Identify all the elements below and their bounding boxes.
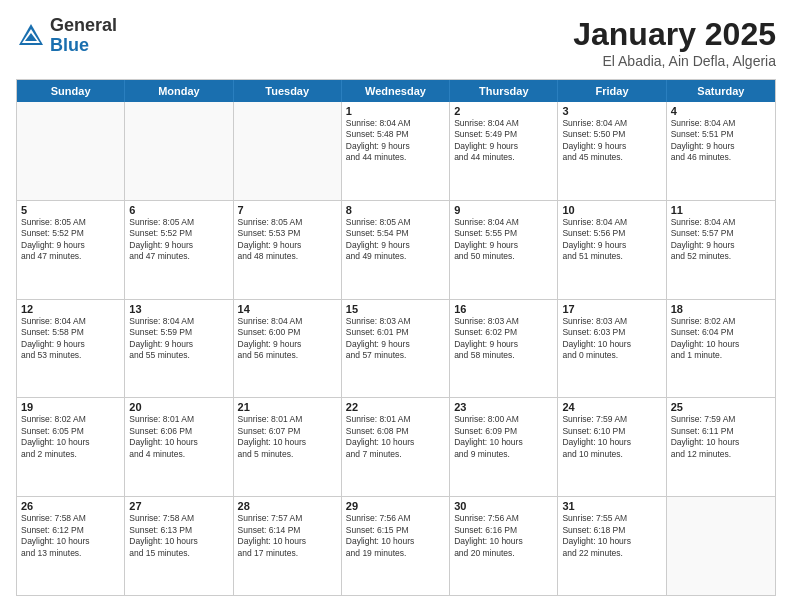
day-number: 16: [454, 303, 553, 315]
day-number: 15: [346, 303, 445, 315]
day-number: 25: [671, 401, 771, 413]
day-number: 27: [129, 500, 228, 512]
day-number: 14: [238, 303, 337, 315]
cell-content: Sunrise: 8:05 AMSunset: 5:54 PMDaylight:…: [346, 217, 445, 263]
cell-content: Sunrise: 7:55 AMSunset: 6:18 PMDaylight:…: [562, 513, 661, 559]
calendar-cell-20: 20Sunrise: 8:01 AMSunset: 6:06 PMDayligh…: [125, 398, 233, 496]
cell-content: Sunrise: 8:04 AMSunset: 6:00 PMDaylight:…: [238, 316, 337, 362]
cell-content: Sunrise: 8:04 AMSunset: 5:49 PMDaylight:…: [454, 118, 553, 164]
day-number: 31: [562, 500, 661, 512]
calendar-cell-15: 15Sunrise: 8:03 AMSunset: 6:01 PMDayligh…: [342, 300, 450, 398]
day-number: 22: [346, 401, 445, 413]
calendar-cell-5: 5Sunrise: 8:05 AMSunset: 5:52 PMDaylight…: [17, 201, 125, 299]
calendar-cell-7: 7Sunrise: 8:05 AMSunset: 5:53 PMDaylight…: [234, 201, 342, 299]
calendar-cell-25: 25Sunrise: 7:59 AMSunset: 6:11 PMDayligh…: [667, 398, 775, 496]
cell-content: Sunrise: 8:05 AMSunset: 5:52 PMDaylight:…: [129, 217, 228, 263]
calendar-cell-22: 22Sunrise: 8:01 AMSunset: 6:08 PMDayligh…: [342, 398, 450, 496]
day-number: 19: [21, 401, 120, 413]
logo-icon: [16, 21, 46, 51]
header-day-tuesday: Tuesday: [234, 80, 342, 102]
day-number: 3: [562, 105, 661, 117]
calendar-cell-16: 16Sunrise: 8:03 AMSunset: 6:02 PMDayligh…: [450, 300, 558, 398]
cell-content: Sunrise: 8:04 AMSunset: 5:59 PMDaylight:…: [129, 316, 228, 362]
calendar-cell-empty-4-6: [667, 497, 775, 595]
day-number: 21: [238, 401, 337, 413]
day-number: 28: [238, 500, 337, 512]
calendar-body: 1Sunrise: 8:04 AMSunset: 5:48 PMDaylight…: [17, 102, 775, 595]
header-day-wednesday: Wednesday: [342, 80, 450, 102]
day-number: 30: [454, 500, 553, 512]
cell-content: Sunrise: 8:02 AMSunset: 6:04 PMDaylight:…: [671, 316, 771, 362]
calendar-cell-29: 29Sunrise: 7:56 AMSunset: 6:15 PMDayligh…: [342, 497, 450, 595]
cell-content: Sunrise: 8:02 AMSunset: 6:05 PMDaylight:…: [21, 414, 120, 460]
cell-content: Sunrise: 7:58 AMSunset: 6:13 PMDaylight:…: [129, 513, 228, 559]
header-day-saturday: Saturday: [667, 80, 775, 102]
calendar-header: SundayMondayTuesdayWednesdayThursdayFrid…: [17, 80, 775, 102]
page: General Blue January 2025 El Abadia, Ain…: [0, 0, 792, 612]
calendar-cell-28: 28Sunrise: 7:57 AMSunset: 6:14 PMDayligh…: [234, 497, 342, 595]
day-number: 10: [562, 204, 661, 216]
calendar-cell-21: 21Sunrise: 8:01 AMSunset: 6:07 PMDayligh…: [234, 398, 342, 496]
calendar-cell-empty-0-0: [17, 102, 125, 200]
day-number: 5: [21, 204, 120, 216]
day-number: 4: [671, 105, 771, 117]
calendar-row-0: 1Sunrise: 8:04 AMSunset: 5:48 PMDaylight…: [17, 102, 775, 201]
title-month: January 2025: [573, 16, 776, 53]
calendar-cell-13: 13Sunrise: 8:04 AMSunset: 5:59 PMDayligh…: [125, 300, 233, 398]
day-number: 13: [129, 303, 228, 315]
calendar-cell-10: 10Sunrise: 8:04 AMSunset: 5:56 PMDayligh…: [558, 201, 666, 299]
cell-content: Sunrise: 8:00 AMSunset: 6:09 PMDaylight:…: [454, 414, 553, 460]
day-number: 7: [238, 204, 337, 216]
day-number: 26: [21, 500, 120, 512]
day-number: 1: [346, 105, 445, 117]
cell-content: Sunrise: 8:01 AMSunset: 6:07 PMDaylight:…: [238, 414, 337, 460]
calendar: SundayMondayTuesdayWednesdayThursdayFrid…: [16, 79, 776, 596]
cell-content: Sunrise: 8:04 AMSunset: 5:51 PMDaylight:…: [671, 118, 771, 164]
calendar-cell-3: 3Sunrise: 8:04 AMSunset: 5:50 PMDaylight…: [558, 102, 666, 200]
calendar-cell-17: 17Sunrise: 8:03 AMSunset: 6:03 PMDayligh…: [558, 300, 666, 398]
day-number: 17: [562, 303, 661, 315]
day-number: 29: [346, 500, 445, 512]
calendar-cell-empty-0-2: [234, 102, 342, 200]
calendar-cell-14: 14Sunrise: 8:04 AMSunset: 6:00 PMDayligh…: [234, 300, 342, 398]
cell-content: Sunrise: 7:56 AMSunset: 6:15 PMDaylight:…: [346, 513, 445, 559]
calendar-row-4: 26Sunrise: 7:58 AMSunset: 6:12 PMDayligh…: [17, 497, 775, 595]
calendar-cell-6: 6Sunrise: 8:05 AMSunset: 5:52 PMDaylight…: [125, 201, 233, 299]
calendar-cell-8: 8Sunrise: 8:05 AMSunset: 5:54 PMDaylight…: [342, 201, 450, 299]
calendar-cell-24: 24Sunrise: 7:59 AMSunset: 6:10 PMDayligh…: [558, 398, 666, 496]
calendar-cell-30: 30Sunrise: 7:56 AMSunset: 6:16 PMDayligh…: [450, 497, 558, 595]
header-day-monday: Monday: [125, 80, 233, 102]
cell-content: Sunrise: 7:58 AMSunset: 6:12 PMDaylight:…: [21, 513, 120, 559]
day-number: 9: [454, 204, 553, 216]
cell-content: Sunrise: 8:04 AMSunset: 5:48 PMDaylight:…: [346, 118, 445, 164]
calendar-row-2: 12Sunrise: 8:04 AMSunset: 5:58 PMDayligh…: [17, 300, 775, 399]
calendar-cell-empty-0-1: [125, 102, 233, 200]
day-number: 11: [671, 204, 771, 216]
calendar-cell-18: 18Sunrise: 8:02 AMSunset: 6:04 PMDayligh…: [667, 300, 775, 398]
title-location: El Abadia, Ain Defla, Algeria: [573, 53, 776, 69]
day-number: 20: [129, 401, 228, 413]
calendar-cell-4: 4Sunrise: 8:04 AMSunset: 5:51 PMDaylight…: [667, 102, 775, 200]
day-number: 2: [454, 105, 553, 117]
calendar-cell-11: 11Sunrise: 8:04 AMSunset: 5:57 PMDayligh…: [667, 201, 775, 299]
day-number: 12: [21, 303, 120, 315]
cell-content: Sunrise: 8:04 AMSunset: 5:58 PMDaylight:…: [21, 316, 120, 362]
calendar-cell-9: 9Sunrise: 8:04 AMSunset: 5:55 PMDaylight…: [450, 201, 558, 299]
day-number: 18: [671, 303, 771, 315]
title-block: January 2025 El Abadia, Ain Defla, Alger…: [573, 16, 776, 69]
cell-content: Sunrise: 8:04 AMSunset: 5:55 PMDaylight:…: [454, 217, 553, 263]
header: General Blue January 2025 El Abadia, Ain…: [16, 16, 776, 69]
cell-content: Sunrise: 8:04 AMSunset: 5:57 PMDaylight:…: [671, 217, 771, 263]
header-day-friday: Friday: [558, 80, 666, 102]
cell-content: Sunrise: 8:05 AMSunset: 5:52 PMDaylight:…: [21, 217, 120, 263]
logo-text: General Blue: [50, 16, 117, 56]
day-number: 24: [562, 401, 661, 413]
calendar-cell-27: 27Sunrise: 7:58 AMSunset: 6:13 PMDayligh…: [125, 497, 233, 595]
logo: General Blue: [16, 16, 117, 56]
cell-content: Sunrise: 8:03 AMSunset: 6:03 PMDaylight:…: [562, 316, 661, 362]
cell-content: Sunrise: 8:01 AMSunset: 6:06 PMDaylight:…: [129, 414, 228, 460]
cell-content: Sunrise: 7:56 AMSunset: 6:16 PMDaylight:…: [454, 513, 553, 559]
cell-content: Sunrise: 8:04 AMSunset: 5:56 PMDaylight:…: [562, 217, 661, 263]
calendar-cell-26: 26Sunrise: 7:58 AMSunset: 6:12 PMDayligh…: [17, 497, 125, 595]
cell-content: Sunrise: 7:57 AMSunset: 6:14 PMDaylight:…: [238, 513, 337, 559]
